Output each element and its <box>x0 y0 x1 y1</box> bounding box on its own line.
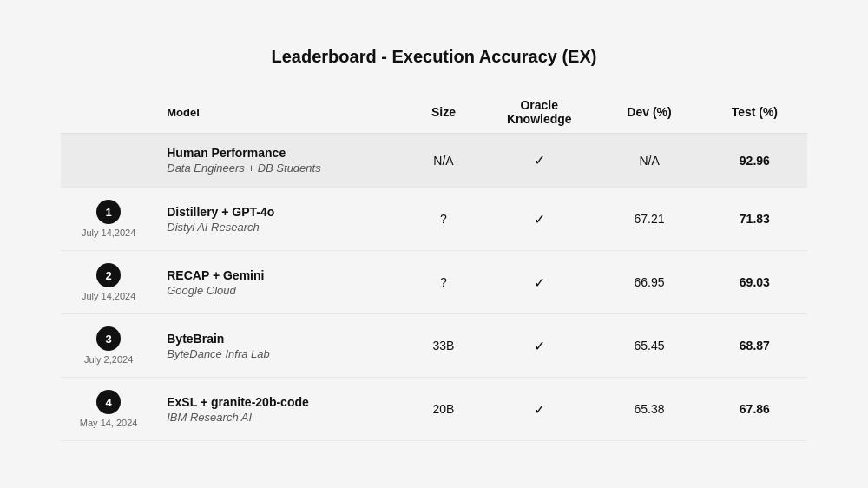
col-header-model: Model <box>156 91 405 134</box>
dev-cell: 65.45 <box>596 314 701 378</box>
rank-cell: 3 July 2,2024 <box>61 314 156 378</box>
model-org: Data Engineers + DB Students <box>167 162 395 175</box>
table-row: 4 May 14, 2024 ExSL + granite-20b-code I… <box>61 378 807 441</box>
leaderboard-container: Leaderboard - Execution Accuracy (EX) Mo… <box>43 21 825 467</box>
col-header-size: Size <box>405 91 482 134</box>
table-header-row: Model Size Oracle Knowledge Dev (%) Test… <box>61 91 807 134</box>
dev-cell: 65.38 <box>596 378 701 441</box>
model-cell: Distillery + GPT-4o Distyl AI Research <box>156 188 405 251</box>
model-cell: ByteBrain ByteDance Infra Lab <box>156 314 405 378</box>
rank-badge: 1 <box>96 200 121 224</box>
model-cell: Human Performance Data Engineers + DB St… <box>156 134 405 188</box>
rank-cell: 1 July 14,2024 <box>61 188 156 251</box>
col-header-dev: Dev (%) <box>596 91 701 134</box>
test-cell: 69.03 <box>702 251 807 314</box>
rank-cell: 2 July 14,2024 <box>61 251 156 314</box>
rank-cell <box>61 134 156 188</box>
oracle-checkmark: ✓ <box>534 339 545 353</box>
model-org: ByteDance Infra Lab <box>167 347 395 360</box>
test-cell: 67.86 <box>702 378 807 441</box>
leaderboard-table: Model Size Oracle Knowledge Dev (%) Test… <box>61 91 807 441</box>
test-cell: 92.96 <box>702 134 807 188</box>
dev-cell: 66.95 <box>596 251 701 314</box>
rank-date: May 14, 2024 <box>80 418 138 428</box>
col-header-oracle: Oracle Knowledge <box>482 91 596 134</box>
model-name: Distillery + GPT-4o <box>167 205 395 219</box>
table-row: 1 July 14,2024 Distillery + GPT-4o Disty… <box>61 188 807 251</box>
dev-cell: 67.21 <box>596 188 701 251</box>
oracle-cell: ✓ <box>482 251 596 314</box>
oracle-checkmark: ✓ <box>534 212 545 227</box>
size-cell: N/A <box>405 134 482 188</box>
oracle-cell: ✓ <box>482 134 596 188</box>
rank-info: 1 July 14,2024 <box>71 200 146 238</box>
rank-info: 2 July 14,2024 <box>71 263 146 301</box>
model-org: IBM Research AI <box>167 411 395 424</box>
oracle-cell: ✓ <box>482 378 596 441</box>
col-header-rank <box>61 91 156 134</box>
oracle-cell: ✓ <box>482 314 596 378</box>
model-name: ExSL + granite-20b-code <box>167 395 395 409</box>
model-cell: RECAP + Gemini Google Cloud <box>156 251 405 314</box>
model-name: ByteBrain <box>167 332 395 346</box>
table-row: Human Performance Data Engineers + DB St… <box>61 134 807 188</box>
oracle-checkmark: ✓ <box>534 153 545 168</box>
model-name: Human Performance <box>167 146 395 160</box>
oracle-cell: ✓ <box>482 188 596 251</box>
rank-date: July 2,2024 <box>84 354 133 365</box>
rank-badge: 2 <box>96 263 121 287</box>
model-org: Google Cloud <box>167 284 395 297</box>
oracle-checkmark: ✓ <box>534 402 545 417</box>
col-header-test: Test (%) <box>702 91 807 134</box>
rank-info: 4 May 14, 2024 <box>71 390 146 428</box>
dev-cell: N/A <box>596 134 701 188</box>
table-body: Human Performance Data Engineers + DB St… <box>61 134 807 441</box>
size-cell: ? <box>405 251 482 314</box>
oracle-checkmark: ✓ <box>534 275 545 290</box>
model-name: RECAP + Gemini <box>167 268 395 282</box>
test-cell: 71.83 <box>702 188 807 251</box>
model-org: Distyl AI Research <box>167 221 395 234</box>
page-title: Leaderboard - Execution Accuracy (EX) <box>61 47 807 67</box>
test-cell: 68.87 <box>702 314 807 378</box>
rank-info: 3 July 2,2024 <box>71 326 146 365</box>
rank-date: July 14,2024 <box>82 228 135 238</box>
table-row: 2 July 14,2024 RECAP + Gemini Google Clo… <box>61 251 807 314</box>
model-cell: ExSL + granite-20b-code IBM Research AI <box>156 378 405 441</box>
rank-date: July 14,2024 <box>82 291 135 301</box>
size-cell: 33B <box>405 314 482 378</box>
rank-badge: 3 <box>96 326 121 351</box>
size-cell: 20B <box>405 378 482 441</box>
size-cell: ? <box>405 188 482 251</box>
table-row: 3 July 2,2024 ByteBrain ByteDance Infra … <box>61 314 807 378</box>
rank-cell: 4 May 14, 2024 <box>61 378 156 441</box>
rank-badge: 4 <box>96 390 121 414</box>
